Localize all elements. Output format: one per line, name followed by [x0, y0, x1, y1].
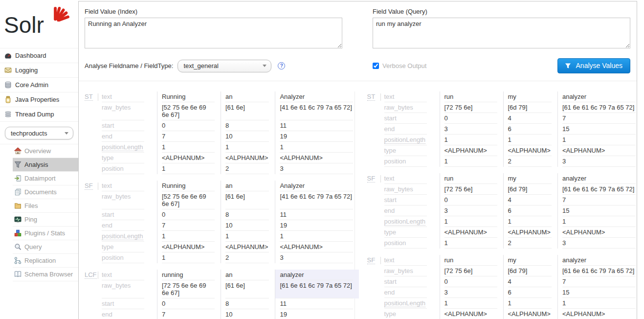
token-end-value: 15 [557, 124, 642, 135]
token-start-value: 0 [440, 113, 503, 124]
nav-item-core-admin[interactable]: Core Admin [0, 78, 78, 92]
help-icon[interactable]: ? [278, 62, 285, 69]
token-positionLength-value: 1 [275, 231, 359, 242]
core-menu-item-plugins-stats[interactable]: Plugins / Stats [13, 227, 78, 240]
fieldtype-select[interactable]: text_general [178, 60, 271, 72]
token-end-value: 15 [557, 205, 642, 216]
token-text-value: run [440, 91, 503, 102]
analysis-row-end: end3615 [384, 205, 642, 216]
token-end-value: 3 [440, 287, 503, 298]
token-positionLength-value: 1 [440, 216, 503, 227]
sidebar: Solr Dashboard [0, 0, 78, 319]
attribute-key-label: positionLength [384, 298, 440, 309]
token-type-value: <ALPHANUM> [503, 145, 557, 156]
token-raw_bytes-value: [72 75 6e 6e 69 6e 67] [157, 280, 221, 298]
core-menu-item-schema-browser[interactable]: Schema Browser [13, 268, 78, 281]
attribute-key-label: start [384, 276, 440, 287]
analysis-row-position: position123 [102, 252, 359, 263]
token-raw_bytes-value: [61 6e] [221, 280, 275, 298]
analyse-values-button[interactable]: Analyse Values [557, 58, 630, 73]
attribute-key-label: positionLength [384, 216, 440, 227]
solr-admin-app: Solr Dashboard [0, 0, 644, 319]
verbose-output-toggle[interactable]: Verbose Output [373, 62, 426, 69]
attribute-key-label: text [102, 270, 157, 280]
analysis-row-start: start047 [384, 195, 642, 205]
analysis-row-raw_bytes: raw_bytes[52 75 6e 6e 69 6e 67][61 6e][4… [102, 191, 359, 209]
attribute-key-label: type [384, 227, 440, 238]
nav-item-logging[interactable]: Logging [0, 63, 78, 78]
analysis-pane-index: STtextRunninganAnalyzerraw_bytes[52 75 6… [79, 91, 355, 319]
token-raw_bytes-value: [72 75 6e] [440, 184, 503, 195]
token-start-value: 7 [557, 195, 642, 205]
token-start-value: 0 [440, 195, 503, 205]
core-menu-item-files[interactable]: Files [13, 199, 78, 213]
token-type-value: <ALPHANUM> [440, 145, 503, 156]
folder-icon [14, 202, 22, 209]
analysis-row-positionLength: positionLength111 [384, 135, 642, 145]
attribute-key-label: text [384, 255, 440, 266]
attribute-key-label: position [384, 238, 440, 249]
analysis-row-type: type<ALPHANUM><ALPHANUM><ALPHANUM> [384, 145, 642, 156]
core-menu-item-dataimport[interactable]: Dataimport [13, 172, 78, 185]
field-value-index-input[interactable]: Running an Analyzer [85, 18, 342, 48]
field-value-query-label: Field Value (Query) [373, 8, 630, 15]
token-text-value: my [503, 255, 557, 266]
solr-sunburst-icon [51, 2, 72, 22]
core-menu-item-analysis[interactable]: Analysis [13, 158, 78, 172]
token-start-value: 0 [157, 298, 221, 309]
token-start-value: 8 [221, 209, 275, 220]
token-end-value: 6 [503, 205, 557, 216]
token-type-value: <ALPHANUM> [275, 153, 359, 163]
token-type-value: <ALPHANUM> [157, 242, 221, 252]
token-text-value: analyzer [557, 255, 642, 266]
analysis-row-end: end3615 [384, 287, 642, 298]
token-end-value: 19 [275, 131, 359, 142]
analysis-row-positionLength: positionLength111 [102, 231, 359, 242]
core-menu-item-overview[interactable]: Overview [13, 144, 78, 158]
token-start-value: 4 [503, 195, 557, 205]
analyzer-stage-abbr: SF [367, 255, 384, 319]
token-positionLength-value: 1 [557, 135, 642, 145]
field-value-query-input[interactable]: run my analyzer [373, 18, 630, 48]
verbose-output-checkbox[interactable] [373, 63, 379, 69]
analysis-block-sf: SFtextrunmyanalyzerraw_bytes[72 75 6e][6… [367, 173, 637, 249]
attribute-key-label: end [384, 124, 440, 135]
core-menu-item-replication[interactable]: Replication [13, 254, 78, 268]
token-raw_bytes-value: [6d 79] [503, 184, 557, 195]
token-start-value: 11 [275, 209, 359, 220]
analysis-row-type: type<ALPHANUM><ALPHANUM><ALPHANUM> [102, 242, 359, 252]
token-text-value: an [221, 181, 275, 191]
attribute-key-label: position [384, 156, 440, 167]
token-end-value: 15 [557, 287, 642, 298]
core-menu-item-ping[interactable]: Ping [13, 213, 78, 227]
token-positionLength-value: 1 [557, 298, 642, 309]
token-end-value: 6 [503, 287, 557, 298]
solr-logo[interactable]: Solr [0, 1, 78, 48]
attribute-key-label: raw_bytes [384, 184, 440, 195]
analysis-row-start: start0811 [102, 209, 359, 220]
attribute-key-label: end [102, 309, 157, 319]
analysis-row-raw_bytes: raw_bytes[52 75 6e 6e 69 6e 67][61 6e][4… [102, 102, 359, 120]
token-type-value: <ALPHANUM> [221, 153, 275, 163]
core-menu-item-documents[interactable]: Documents [13, 185, 78, 199]
token-text-value: Analyzer [275, 181, 359, 191]
analysis-row-end: end3615 [384, 124, 642, 135]
attribute-key-label: end [102, 220, 157, 231]
field-value-index-label: Field Value (Index) [85, 8, 342, 15]
token-raw_bytes-value: [52 75 6e 6e 69 6e 67] [157, 102, 221, 120]
token-raw_bytes-value: [72 75 6e] [440, 266, 503, 276]
nav-item-dashboard[interactable]: Dashboard [0, 48, 78, 63]
attribute-key-label: start [102, 298, 157, 309]
nav-item-thread-dump[interactable]: Thread Dump [0, 107, 78, 122]
core-selector-dropdown[interactable]: techproducts [5, 127, 73, 139]
analysis-row-text: textrunningananalyzer [102, 270, 359, 280]
core-menu-item-query[interactable]: Query [13, 240, 78, 254]
fieldtype-select-value: text_general [183, 62, 219, 69]
attribute-key-label: positionLength [102, 231, 157, 242]
attribute-key-label: type [102, 153, 157, 163]
nav-item-java-properties[interactable]: Java Properties [0, 92, 78, 107]
token-raw_bytes-value: [61 6e 61 6c 79 7a 65 72] [275, 280, 359, 298]
fieldtype-label: Analyse Fieldname / FieldType: [85, 62, 173, 69]
token-start-value: 0 [157, 209, 221, 220]
attribute-key-label: type [384, 145, 440, 156]
